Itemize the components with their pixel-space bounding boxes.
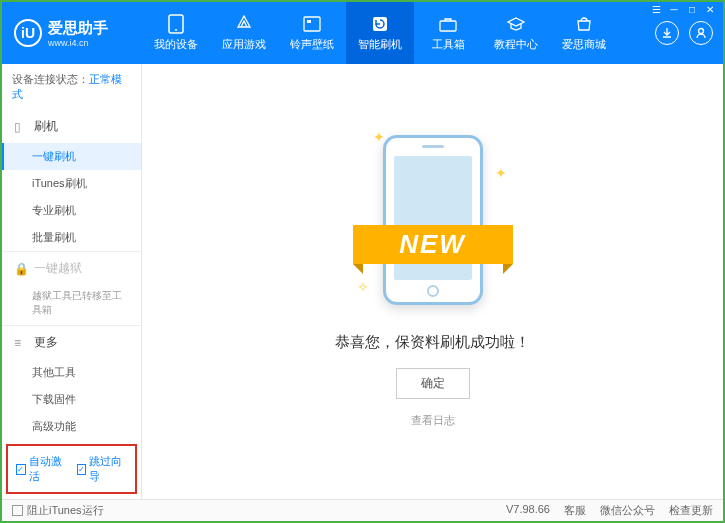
sidebar-item-itunes-flash[interactable]: iTunes刷机 (2, 170, 141, 197)
checkbox-auto-activate[interactable]: ✓自动激活 (16, 454, 67, 484)
sidebar-item-pro-flash[interactable]: 专业刷机 (2, 197, 141, 224)
version-label: V7.98.66 (506, 503, 550, 518)
svg-rect-3 (307, 20, 311, 23)
nav-toolbox[interactable]: 工具箱 (414, 2, 482, 64)
view-log-link[interactable]: 查看日志 (411, 413, 455, 428)
wallpaper-icon (302, 14, 322, 34)
jailbreak-note: 越狱工具已转移至工具箱 (2, 285, 141, 325)
app-name: 爱思助手 (48, 19, 108, 38)
toolbox-icon (438, 14, 458, 34)
user-button[interactable] (689, 21, 713, 45)
sidebar-flash-section[interactable]: ▯ 刷机 (2, 110, 141, 143)
sidebar-more-section[interactable]: ≡ 更多 (2, 326, 141, 359)
more-icon: ≡ (14, 336, 28, 350)
nav-apps-games[interactable]: 应用游戏 (210, 2, 278, 64)
phone-illustration: ✦ ✦ ✧ NEW (363, 135, 503, 315)
sidebar-item-advanced[interactable]: 高级功能 (2, 413, 141, 440)
footer-service[interactable]: 客服 (564, 503, 586, 518)
svg-point-1 (175, 29, 177, 31)
footer-update[interactable]: 检查更新 (669, 503, 713, 518)
sidebar-item-batch-flash[interactable]: 批量刷机 (2, 224, 141, 251)
sidebar-item-oneclick-flash[interactable]: 一键刷机 (2, 143, 141, 170)
minimize-button[interactable]: ─ (667, 4, 681, 18)
phone-icon: ▯ (14, 120, 28, 134)
apps-icon (234, 14, 254, 34)
logo-icon: iU (14, 19, 42, 47)
svg-rect-5 (440, 21, 456, 31)
svg-rect-2 (304, 17, 320, 31)
app-header: iU 爱思助手 www.i4.cn 我的设备 应用游戏 铃声壁纸 智能刷机 工具… (2, 2, 723, 64)
sidebar-item-download-fw[interactable]: 下载固件 (2, 386, 141, 413)
app-url: www.i4.cn (48, 38, 108, 48)
close-button[interactable]: ✕ (703, 4, 717, 18)
confirm-button[interactable]: 确定 (396, 368, 470, 399)
checkbox-block-itunes[interactable]: 阻止iTunes运行 (12, 503, 104, 518)
main-nav: 我的设备 应用游戏 铃声壁纸 智能刷机 工具箱 教程中心 爱思商城 (142, 2, 655, 64)
download-button[interactable] (655, 21, 679, 45)
maximize-button[interactable]: □ (685, 4, 699, 18)
store-icon (574, 14, 594, 34)
logo-area: iU 爱思助手 www.i4.cn (2, 19, 142, 48)
lock-icon: 🔒 (14, 262, 28, 276)
main-content: ✦ ✦ ✧ NEW 恭喜您，保资料刷机成功啦！ 确定 查看日志 (142, 64, 723, 499)
footer-wechat[interactable]: 微信公众号 (600, 503, 655, 518)
nav-smart-flash[interactable]: 智能刷机 (346, 2, 414, 64)
nav-ringtones[interactable]: 铃声壁纸 (278, 2, 346, 64)
nav-store[interactable]: 爱思商城 (550, 2, 618, 64)
sidebar-jailbreak-section: 🔒 一键越狱 (2, 252, 141, 285)
tutorial-icon (506, 14, 526, 34)
options-highlighted: ✓自动激活 ✓跳过向导 (6, 444, 137, 494)
nav-tutorials[interactable]: 教程中心 (482, 2, 550, 64)
new-ribbon: NEW (353, 225, 513, 264)
svg-point-6 (699, 29, 704, 34)
device-icon (166, 14, 186, 34)
sidebar: 设备连接状态：正常模式 ▯ 刷机 一键刷机 iTunes刷机 专业刷机 批量刷机… (2, 64, 142, 499)
connection-status: 设备连接状态：正常模式 (2, 64, 141, 110)
refresh-icon (370, 14, 390, 34)
checkbox-skip-guide[interactable]: ✓跳过向导 (77, 454, 128, 484)
nav-my-device[interactable]: 我的设备 (142, 2, 210, 64)
footer: 阻止iTunes运行 V7.98.66 客服 微信公众号 检查更新 (2, 499, 723, 521)
success-message: 恭喜您，保资料刷机成功啦！ (335, 333, 530, 352)
sidebar-item-other-tools[interactable]: 其他工具 (2, 359, 141, 386)
menu-button[interactable]: ☰ (649, 4, 663, 18)
